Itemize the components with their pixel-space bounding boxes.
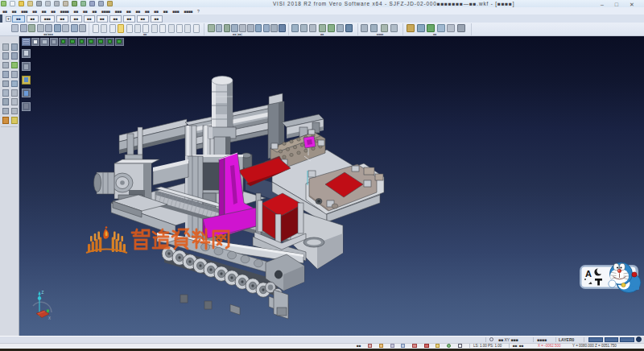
svg-text:A: A [585,269,592,279]
svg-text:Z: Z [42,291,44,295]
svg-text:X: X [48,316,51,320]
